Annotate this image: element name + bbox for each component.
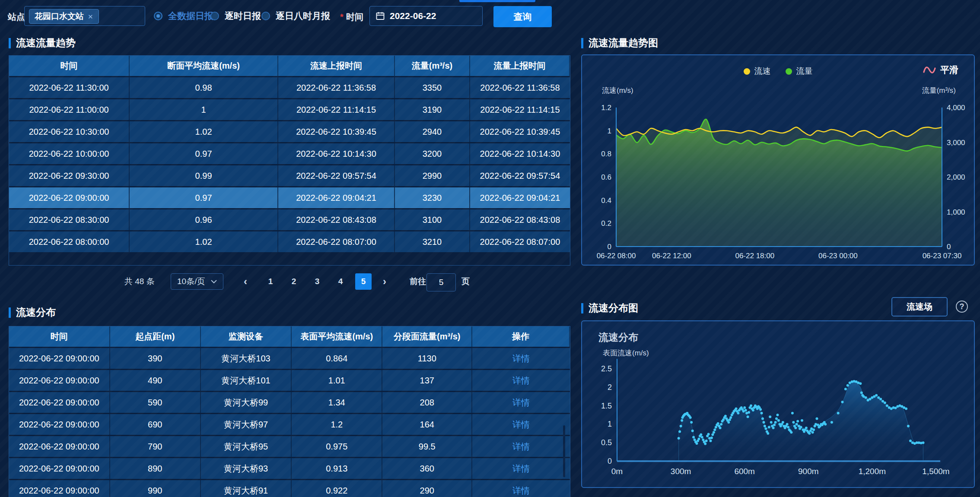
svg-text:1,000: 1,000: [947, 208, 965, 216]
next-page-button[interactable]: ›: [377, 271, 392, 292]
table-row[interactable]: 2022-06-22 09:00:00490黄河大桥1011.01137详情: [9, 370, 570, 391]
radio-selected-icon: [154, 12, 162, 20]
table-cell: 2022-06-22 10:39:45: [278, 121, 395, 142]
page-number-button[interactable]: 5: [355, 273, 372, 290]
table-cell: 990: [110, 480, 201, 497]
trend-chart-svg: 00.20.40.60.811.201,0002,0003,0004,00006…: [582, 55, 974, 265]
goto-page-input[interactable]: [426, 273, 456, 291]
table-cell: 0.97: [130, 187, 278, 208]
action-cell: 详情: [472, 480, 570, 497]
table-cell: 2022-06-22 08:07:00: [470, 231, 570, 252]
prev-page-button[interactable]: ‹: [238, 271, 253, 292]
page-number-button[interactable]: 2: [285, 271, 302, 292]
radio-option-eight-hour-monthly[interactable]: 逐日八时月报: [261, 6, 330, 26]
action-cell: 详情: [472, 348, 570, 369]
velocity-field-button[interactable]: 流速场: [891, 297, 948, 317]
table-cell: 2022-06-22 10:39:45: [470, 121, 570, 142]
table-cell: 790: [110, 436, 201, 457]
table-cell: 208: [382, 392, 472, 413]
detail-link[interactable]: 详情: [512, 485, 530, 497]
goto-suffix: 页: [461, 271, 470, 292]
table-scrollbar-thumb[interactable]: [563, 425, 565, 477]
svg-text:2,000: 2,000: [947, 173, 965, 181]
total-count: 共 48 条: [124, 271, 155, 292]
radio-option-all-data-daily[interactable]: 全数据日报: [154, 6, 213, 26]
table-row[interactable]: 2022-06-22 09:00:000.972022-06-22 09:04:…: [9, 187, 570, 208]
chevron-down-icon: [211, 280, 217, 284]
station-label: 站点: [8, 11, 25, 23]
query-button[interactable]: 查询: [493, 6, 552, 27]
table-row[interactable]: 2022-06-22 10:00:000.972022-06-22 10:14:…: [9, 143, 570, 164]
table-row[interactable]: 2022-06-22 08:30:000.962022-06-22 08:43:…: [9, 209, 570, 230]
detail-link[interactable]: 详情: [512, 419, 530, 431]
table-cell: 890: [110, 458, 201, 479]
table-cell: 黄河大桥97: [201, 414, 292, 435]
table-cell: 黄河大桥91: [201, 480, 292, 497]
action-cell: 详情: [472, 436, 570, 457]
page-number-button[interactable]: 4: [332, 271, 349, 292]
svg-text:300m: 300m: [671, 467, 691, 476]
table-row[interactable]: 2022-06-22 09:00:00790黄河大桥950.97599.5详情: [9, 436, 570, 457]
table-cell: 1.2: [292, 414, 382, 435]
detail-link[interactable]: 详情: [512, 397, 530, 408]
table-row[interactable]: 2022-06-22 08:00:001.022022-06-22 08:07:…: [9, 231, 570, 252]
table-cell: 390: [110, 348, 201, 369]
action-cell: 详情: [472, 414, 570, 435]
table-cell: 2022-06-22 09:00:00: [9, 392, 110, 413]
page-size-select[interactable]: 10条/页: [171, 273, 223, 290]
table-cell: 1130: [382, 348, 472, 369]
table-cell: 2022-06-22 11:00:00: [9, 99, 130, 120]
table-cell: 490: [110, 370, 201, 391]
svg-text:06-22 18:00: 06-22 18:00: [735, 252, 774, 260]
help-icon[interactable]: ?: [956, 301, 968, 313]
dist-chart-section-title: 流速分布图: [581, 301, 638, 315]
date-input[interactable]: 2022-06-22: [369, 6, 483, 26]
table-row[interactable]: 2022-06-22 09:00:00890黄河大桥930.913360详情: [9, 458, 570, 479]
table-cell: 0.99: [130, 165, 278, 186]
table-row[interactable]: 2022-06-22 09:00:00590黄河大桥991.34208详情: [9, 392, 570, 413]
detail-link[interactable]: 详情: [512, 375, 530, 386]
table-cell: 3350: [395, 77, 470, 98]
table-cell: 黄河大桥99: [201, 392, 292, 413]
radio-option-hourly-daily[interactable]: 逐时日报: [210, 6, 261, 26]
table-cell: 1.34: [292, 392, 382, 413]
required-mark: *: [340, 12, 344, 22]
header-cell: 流速上报时间: [278, 56, 395, 76]
table-row[interactable]: 2022-06-22 09:00:00390黄河大桥1030.8641130详情: [9, 348, 570, 369]
table-cell: 690: [110, 414, 201, 435]
table-cell: 1.01: [292, 370, 382, 391]
table-row[interactable]: 2022-06-22 09:00:00990黄河大桥910.922290详情: [9, 480, 570, 497]
station-tag[interactable]: 花园口水文站 ✕: [29, 9, 99, 24]
station-select[interactable]: 花园口水文站 ✕: [24, 6, 145, 26]
svg-text:4,000: 4,000: [947, 104, 965, 112]
table-cell: 3200: [395, 143, 470, 164]
table-row[interactable]: 2022-06-22 09:00:00690黄河大桥971.2164详情: [9, 414, 570, 435]
svg-text:0.8: 0.8: [601, 150, 611, 158]
table-cell: 2022-06-22 11:36:58: [470, 77, 570, 98]
table-cell: 2022-06-22 08:00:00: [9, 231, 130, 252]
filter-toolbar: 站点 花园口水文站 ✕ 全数据日报 逐时日报 逐日八时月报 * 时间 2022-…: [0, 0, 980, 31]
table-cell: 2022-06-22 09:00:00: [9, 436, 110, 457]
table-row[interactable]: 2022-06-22 11:00:0012022-06-22 11:14:153…: [9, 99, 570, 120]
table-row[interactable]: 2022-06-22 09:30:000.992022-06-22 09:57:…: [9, 165, 570, 186]
table-row[interactable]: 2022-06-22 10:30:001.022022-06-22 10:39:…: [9, 121, 570, 142]
detail-link[interactable]: 详情: [512, 353, 530, 364]
table-cell: 3190: [395, 99, 470, 120]
page-number-button[interactable]: 1: [262, 271, 279, 292]
action-cell: 详情: [472, 458, 570, 479]
table-row[interactable]: 2022-06-22 11:30:000.982022-06-22 11:36:…: [9, 77, 570, 98]
table-cell: 2022-06-22 10:00:00: [9, 143, 130, 164]
detail-link[interactable]: 详情: [512, 441, 530, 453]
table-cell: 0.96: [130, 209, 278, 230]
svg-text:1.5: 1.5: [601, 402, 612, 410]
svg-text:0.2: 0.2: [601, 219, 611, 228]
detail-link[interactable]: 详情: [512, 463, 530, 475]
svg-text:06-22 12:00: 06-22 12:00: [652, 252, 691, 260]
tag-close-icon[interactable]: ✕: [88, 13, 93, 20]
header-cell: 时间: [9, 56, 130, 76]
page-number-button[interactable]: 3: [309, 271, 326, 292]
dist-table: 时间起点距(m)监测设备表面平均流速(m/s)分段面流量(m³/s)操作2022…: [9, 326, 570, 497]
date-value: 2022-06-22: [390, 11, 436, 21]
table-cell: 2022-06-22 09:00:00: [9, 370, 110, 391]
table-cell: 2022-06-22 09:57:54: [278, 165, 395, 186]
